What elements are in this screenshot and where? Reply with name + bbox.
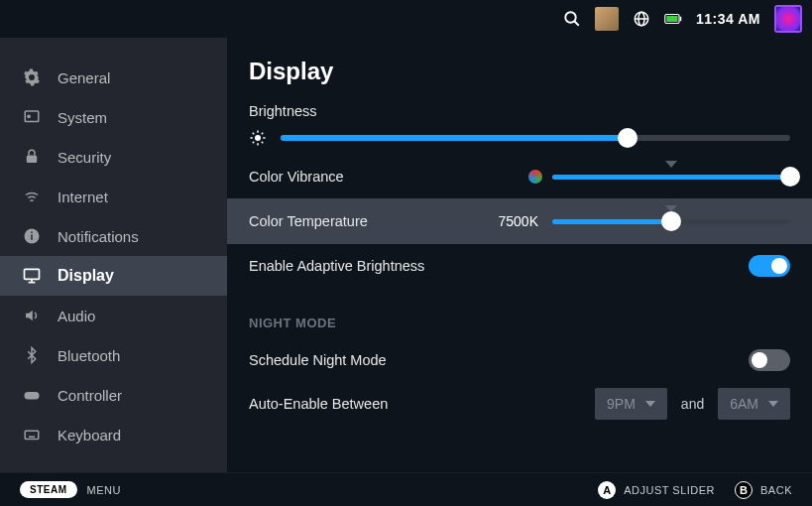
svg-rect-12 — [31, 235, 33, 240]
night-mode-header: NIGHT MODE — [249, 316, 790, 330]
svg-point-23 — [255, 135, 261, 141]
brightness-slider[interactable] — [281, 135, 790, 141]
schedule-night-mode-row: Schedule Night Mode — [249, 338, 790, 382]
wifi-icon — [22, 187, 42, 206]
sidebar-item-system[interactable]: System — [0, 97, 227, 137]
svg-rect-17 — [25, 392, 40, 400]
schedule-night-mode-label: Schedule Night Mode — [249, 352, 387, 368]
clock: 11:34 AM — [696, 11, 760, 27]
b-button-icon: B — [735, 481, 753, 499]
sidebar-item-display[interactable]: Display — [0, 256, 227, 296]
adaptive-brightness-label: Enable Adaptive Brightness — [249, 258, 424, 274]
svg-line-31 — [262, 133, 264, 135]
brightness-icon — [249, 129, 267, 147]
svg-rect-14 — [25, 269, 40, 279]
sidebar-item-internet[interactable]: Internet — [0, 177, 227, 216]
sidebar-item-label: System — [58, 109, 107, 126]
sidebar-item-general[interactable]: General — [0, 58, 227, 97]
svg-rect-13 — [31, 232, 33, 234]
svg-rect-7 — [680, 17, 682, 22]
friends-avatar[interactable] — [595, 7, 619, 31]
sidebar-item-label: Bluetooth — [58, 347, 120, 364]
network-icon[interactable] — [633, 10, 650, 28]
color-temperature-knob[interactable] — [661, 211, 681, 231]
page-title: Display — [249, 58, 790, 85]
svg-line-1 — [574, 21, 579, 26]
sidebar-item-audio[interactable]: Audio — [0, 296, 227, 335]
chevron-down-icon — [768, 401, 778, 407]
svg-line-30 — [253, 142, 255, 144]
svg-rect-6 — [666, 16, 677, 22]
color-vibrance-knob[interactable] — [780, 167, 800, 187]
search-icon[interactable] — [563, 10, 581, 28]
sidebar-item-label: Internet — [58, 189, 108, 205]
night-mode-from-select[interactable]: 9PM — [595, 388, 667, 420]
toggle-knob — [752, 352, 767, 368]
and-text: and — [681, 396, 704, 412]
svg-rect-10 — [27, 156, 38, 164]
settings-content: General System Security Internet Notific… — [0, 38, 812, 472]
select-value: 9PM — [607, 396, 636, 412]
schedule-night-mode-toggle[interactable] — [749, 349, 790, 371]
color-temperature-label: Color Temperature — [249, 213, 368, 229]
b-button-label: BACK — [760, 484, 792, 496]
select-value: 6AM — [730, 396, 758, 412]
svg-point-9 — [28, 115, 30, 117]
sidebar-item-keyboard[interactable]: Keyboard — [0, 415, 227, 454]
menu-hint-label: MENU — [87, 484, 121, 496]
a-button-icon: A — [598, 481, 616, 499]
a-button-label: ADJUST SLIDER — [624, 484, 715, 496]
auto-enable-label: Auto-Enable Between — [249, 396, 388, 412]
sidebar-item-notifications[interactable]: Notifications — [0, 216, 227, 256]
brightness-slider-fill — [281, 135, 628, 141]
chevron-down-icon — [645, 401, 655, 407]
night-mode-to-select[interactable]: 6AM — [718, 388, 790, 420]
lock-icon — [22, 147, 42, 167]
sidebar-item-label: Controller — [58, 387, 122, 404]
adaptive-brightness-toggle[interactable] — [749, 255, 790, 277]
battery-icon[interactable] — [664, 10, 682, 28]
color-temperature-value: 7500K — [499, 213, 538, 229]
keyboard-icon — [22, 425, 42, 444]
sidebar-item-label: General — [58, 69, 110, 86]
sidebar-item-bluetooth[interactable]: Bluetooth — [0, 335, 227, 375]
sidebar-item-label: Keyboard — [58, 427, 121, 443]
bottom-bar: STEAM MENU A ADJUST SLIDER B BACK — [0, 472, 812, 506]
info-icon — [22, 226, 42, 246]
sidebar-item-label: Audio — [58, 308, 95, 324]
sidebar-item-label: Display — [58, 267, 114, 285]
gear-icon — [22, 67, 42, 87]
adaptive-brightness-row: Enable Adaptive Brightness — [249, 244, 790, 288]
brightness-slider-knob[interactable] — [618, 128, 638, 148]
brightness-row — [249, 129, 790, 147]
color-temperature-row[interactable]: Color Temperature 7500K — [227, 198, 812, 244]
color-temperature-slider[interactable] — [552, 219, 790, 224]
color-vibrance-row: Color Vibrance — [249, 155, 790, 198]
steam-button[interactable]: STEAM — [20, 481, 77, 498]
color-temperature-fill — [552, 219, 671, 224]
speaker-icon — [22, 306, 42, 325]
user-avatar[interactable] — [774, 5, 802, 33]
system-icon — [22, 107, 42, 127]
svg-point-0 — [565, 12, 576, 23]
color-vibrance-slider[interactable] — [552, 175, 790, 180]
svg-line-29 — [262, 142, 264, 144]
default-marker-icon — [665, 161, 677, 168]
sidebar-item-controller[interactable]: Controller — [0, 375, 227, 415]
sidebar-item-label: Security — [58, 149, 111, 166]
bluetooth-icon — [22, 345, 42, 365]
color-vibrance-label: Color Vibrance — [249, 169, 344, 185]
sidebar-item-security[interactable]: Security — [0, 137, 227, 177]
color-wheel-icon — [528, 170, 542, 184]
color-vibrance-fill — [552, 175, 790, 180]
settings-sidebar: General System Security Internet Notific… — [0, 38, 227, 472]
svg-rect-18 — [25, 431, 39, 439]
sidebar-item-label: Notifications — [58, 228, 139, 245]
toggle-knob — [771, 258, 787, 274]
auto-enable-row: Auto-Enable Between 9PM and 6AM — [249, 382, 790, 426]
display-settings-panel: Display Brightness Color Vibrance — [227, 38, 812, 472]
top-bar: 11:34 AM — [0, 0, 812, 38]
gamepad-icon — [22, 385, 42, 405]
monitor-icon — [22, 266, 42, 286]
brightness-label: Brightness — [249, 103, 790, 119]
